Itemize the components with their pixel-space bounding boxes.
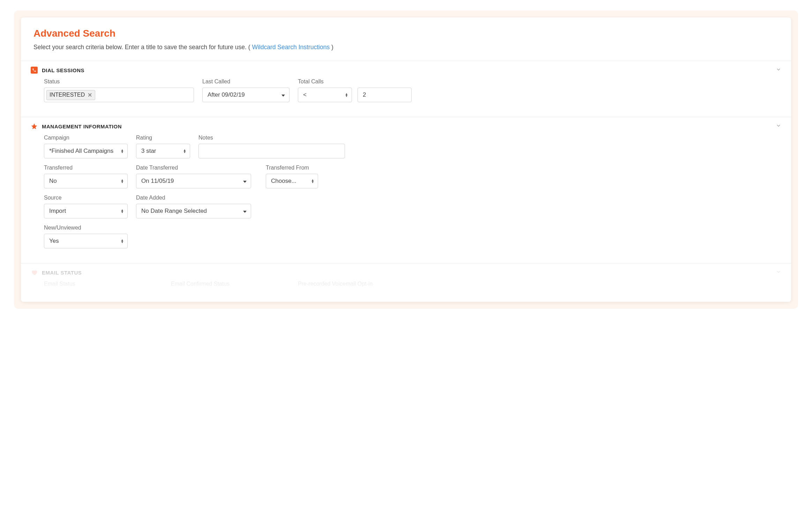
email-status-label: Email Status (44, 281, 163, 287)
rating-label: Rating (136, 135, 190, 141)
total-calls-operator-value: < (303, 91, 307, 98)
field-voicemail-optin: Pre-recorded Voicemail Opt-in (298, 281, 373, 290)
subtitle-prefix: Select your search criteria below. Enter… (33, 44, 252, 51)
notes-input[interactable] (198, 144, 345, 158)
field-email-status: Email Status (44, 281, 163, 290)
section-title-email-status: EMAIL STATUS (42, 270, 82, 276)
total-calls-operator-select[interactable]: < ▲▼ (298, 88, 352, 102)
section-email-status: EMAIL STATUS Email Status Email Confirme… (21, 263, 791, 302)
sort-arrows-icon: ▲▼ (121, 149, 124, 153)
header: Advanced Search Select your search crite… (21, 17, 791, 61)
field-date-added: Date Added No Date Range Selected (136, 195, 251, 218)
caret-down-icon (243, 178, 247, 185)
status-input[interactable]: INTERESTED ✕ (44, 88, 194, 102)
source-label: Source (44, 195, 128, 201)
campaign-value: *Finished All Campaigns (49, 148, 113, 155)
sort-arrows-icon: ▲▼ (183, 149, 186, 153)
section-dial-sessions: DIAL SESSIONS Status INTERESTED ✕ (21, 61, 791, 117)
date-transferred-value: On 11/05/19 (141, 178, 174, 185)
date-added-dropdown[interactable]: No Date Range Selected (136, 204, 251, 218)
heart-icon (31, 269, 38, 276)
page-subtitle: Select your search criteria below. Enter… (33, 43, 779, 52)
new-unviewed-value: Yes (49, 238, 59, 245)
last-called-label: Last Called (202, 78, 290, 85)
email-confirmed-label: Email Confirmed Status (171, 281, 290, 287)
voicemail-optin-label: Pre-recorded Voicemail Opt-in (298, 281, 373, 287)
notes-label: Notes (198, 135, 345, 141)
chevron-down-icon (776, 123, 781, 130)
transferred-value: No (49, 178, 57, 185)
field-source: Source Import ▲▼ (44, 195, 128, 218)
field-email-confirmed: Email Confirmed Status (171, 281, 290, 290)
star-icon (31, 123, 38, 130)
caret-down-icon (243, 208, 247, 215)
transferred-from-value: Choose... (271, 178, 296, 185)
field-notes: Notes (198, 135, 345, 158)
date-transferred-label: Date Transferred (136, 165, 251, 171)
section-header-management[interactable]: MANAGEMENT INFORMATION (21, 117, 791, 135)
field-transferred-from: Transferred From Choose... ▲▼ (266, 165, 318, 188)
field-status: Status INTERESTED ✕ (44, 78, 194, 102)
section-header-dial-sessions[interactable]: DIAL SESSIONS (21, 61, 791, 78)
transferred-label: Transferred (44, 165, 128, 171)
advanced-search-card: Advanced Search Select your search crite… (21, 17, 791, 302)
new-unviewed-select[interactable]: Yes ▲▼ (44, 234, 128, 248)
chevron-down-icon (776, 67, 781, 74)
field-campaign: Campaign *Finished All Campaigns ▲▼ (44, 135, 128, 158)
date-transferred-dropdown[interactable]: On 11/05/19 (136, 174, 251, 188)
transferred-select[interactable]: No ▲▼ (44, 174, 128, 188)
status-tag-text: INTERESTED (50, 92, 85, 98)
chevron-down-icon (776, 269, 781, 276)
campaign-label: Campaign (44, 135, 128, 141)
transferred-from-label: Transferred From (266, 165, 318, 171)
source-select[interactable]: Import ▲▼ (44, 204, 128, 218)
field-transferred: Transferred No ▲▼ (44, 165, 128, 188)
field-rating: Rating 3 star ▲▼ (136, 135, 190, 158)
transferred-from-select[interactable]: Choose... ▲▼ (266, 174, 318, 188)
status-tag[interactable]: INTERESTED ✕ (46, 90, 95, 100)
caret-down-icon (281, 91, 285, 98)
sort-arrows-icon: ▲▼ (345, 93, 348, 97)
rating-value: 3 star (141, 148, 156, 155)
new-unviewed-label: New/Unviewed (44, 225, 128, 231)
wildcard-instructions-link[interactable]: Wildcard Search Instructions (252, 44, 330, 51)
sort-arrows-icon: ▲▼ (121, 179, 124, 183)
date-added-label: Date Added (136, 195, 251, 201)
section-header-email-status[interactable]: EMAIL STATUS (21, 263, 791, 281)
field-new-unviewed: New/Unviewed Yes ▲▼ (44, 225, 128, 248)
section-title-dial-sessions: DIAL SESSIONS (42, 67, 84, 73)
section-body-management: Campaign *Finished All Campaigns ▲▼ Rati… (21, 135, 791, 263)
section-title-management: MANAGEMENT INFORMATION (42, 123, 122, 129)
total-calls-value-input[interactable] (358, 88, 412, 102)
page-container: Advanced Search Select your search crite… (14, 10, 798, 309)
last-called-dropdown[interactable]: After 09/02/19 (202, 88, 290, 102)
close-icon[interactable]: ✕ (88, 92, 92, 98)
source-value: Import (49, 208, 66, 215)
section-management: MANAGEMENT INFORMATION Campaign *Finishe… (21, 117, 791, 263)
section-body-email-status: Email Status Email Confirmed Status Pre-… (21, 281, 791, 302)
date-added-value: No Date Range Selected (141, 208, 207, 215)
sort-arrows-icon: ▲▼ (121, 209, 124, 213)
last-called-value: After 09/02/19 (208, 91, 245, 98)
subtitle-suffix: ) (330, 44, 333, 51)
campaign-select[interactable]: *Finished All Campaigns ▲▼ (44, 144, 128, 158)
section-body-dial-sessions: Status INTERESTED ✕ Last Called After 09… (21, 78, 791, 117)
page-title: Advanced Search (33, 28, 779, 39)
sort-arrows-icon: ▲▼ (121, 239, 124, 243)
sort-arrows-icon: ▲▼ (311, 179, 314, 183)
phone-icon (31, 67, 38, 74)
rating-select[interactable]: 3 star ▲▼ (136, 144, 190, 158)
field-total-calls: Total Calls < ▲▼ (298, 78, 412, 102)
status-label: Status (44, 78, 194, 85)
total-calls-label: Total Calls (298, 78, 412, 85)
field-last-called: Last Called After 09/02/19 (202, 78, 290, 102)
field-date-transferred: Date Transferred On 11/05/19 (136, 165, 251, 188)
